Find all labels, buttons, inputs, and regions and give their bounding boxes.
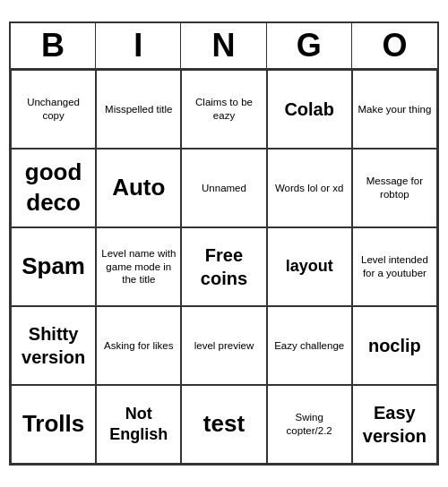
- bingo-letter: B: [11, 23, 96, 68]
- bingo-card: BINGO Unchanged copyMisspelled titleClai…: [9, 21, 439, 466]
- bingo-cell: Claims to be eazy: [181, 70, 266, 149]
- bingo-cell: Trolls: [11, 385, 96, 464]
- bingo-cell: Words lol or xd: [267, 149, 352, 227]
- bingo-cell: noclip: [352, 306, 437, 385]
- bingo-header: BINGO: [11, 23, 437, 70]
- bingo-cell: good deco: [11, 149, 96, 227]
- bingo-cell: Colab: [267, 70, 352, 149]
- bingo-grid: Unchanged copyMisspelled titleClaims to …: [11, 70, 437, 464]
- bingo-cell: Eazy challenge: [267, 306, 352, 385]
- bingo-cell: Make your thing: [352, 70, 437, 149]
- bingo-cell: Swing copter/2.2: [267, 385, 352, 464]
- bingo-cell: Not English: [96, 385, 181, 464]
- bingo-letter: G: [267, 23, 352, 68]
- bingo-cell: test: [181, 385, 266, 464]
- bingo-cell: Unnamed: [181, 149, 266, 227]
- bingo-cell: Easy version: [352, 385, 437, 464]
- bingo-cell: layout: [267, 227, 352, 306]
- bingo-cell: Asking for likes: [96, 306, 181, 385]
- bingo-letter: I: [96, 23, 181, 68]
- bingo-cell: Shitty version: [11, 306, 96, 385]
- bingo-cell: Unchanged copy: [11, 70, 96, 149]
- bingo-cell: Level name with game mode in the title: [96, 227, 181, 306]
- bingo-cell: Spam: [11, 227, 96, 306]
- bingo-cell: Free coins: [181, 227, 266, 306]
- bingo-cell: Message for robtop: [352, 149, 437, 227]
- bingo-cell: Level intended for a youtuber: [352, 227, 437, 306]
- bingo-letter: N: [181, 23, 266, 68]
- bingo-letter: O: [352, 23, 437, 68]
- bingo-cell: level preview: [181, 306, 266, 385]
- bingo-cell: Auto: [96, 149, 181, 227]
- bingo-cell: Misspelled title: [96, 70, 181, 149]
